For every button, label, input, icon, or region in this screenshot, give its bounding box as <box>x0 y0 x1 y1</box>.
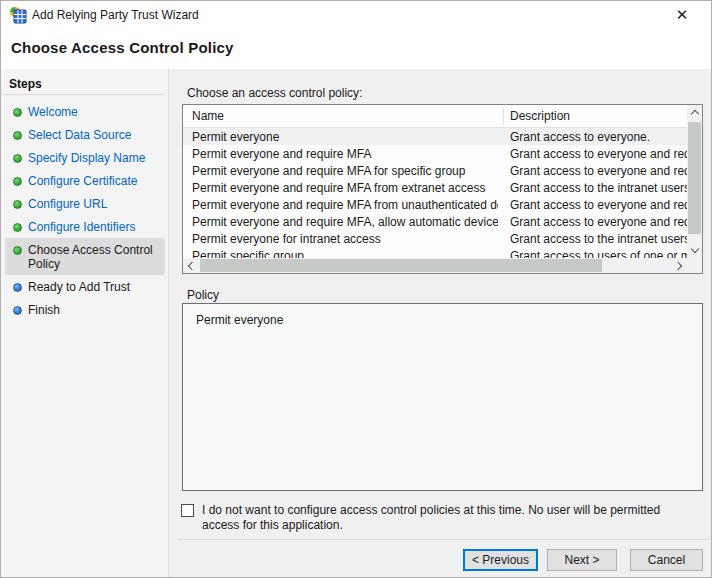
policy-group-label: Policy <box>187 288 219 302</box>
access-policy-table[interactable]: Name Description Permit everyoneGrant ac… <box>182 104 703 274</box>
policy-preview-box: Permit everyone <box>182 303 703 491</box>
sidebar-step-specify-display-name[interactable]: Specify Display Name <box>5 146 165 169</box>
horizontal-scrollbar[interactable] <box>183 258 687 273</box>
step-bullet-blue-icon <box>13 283 22 292</box>
close-icon[interactable]: ✕ <box>667 3 697 27</box>
skip-policy-checkbox[interactable] <box>181 504 194 517</box>
horizontal-scroll-thumb[interactable] <box>200 259 602 272</box>
step-label: Ready to Add Trust <box>28 280 130 294</box>
row-name-cell[interactable]: Permit everyone for intranet access <box>192 232 498 246</box>
column-header-description[interactable]: Description <box>510 109 570 123</box>
wizard-app-icon <box>9 6 27 24</box>
scroll-up-icon[interactable] <box>687 105 702 120</box>
row-description-cell[interactable]: Grant access to everyone and requir <box>510 147 687 161</box>
steps-sidebar: Steps WelcomeSelect Data SourceSpecify D… <box>1 69 169 578</box>
table-header[interactable]: Name Description <box>183 105 687 128</box>
row-description-cell[interactable]: Grant access to everyone and requir <box>510 215 687 229</box>
row-description-cell[interactable]: Grant access to the intranet users. <box>510 232 687 246</box>
step-label: Configure URL <box>28 197 107 211</box>
table-row[interactable]: Permit everyone and require MFA from ext… <box>183 179 687 196</box>
skip-policy-row: I do not want to configure access contro… <box>181 503 700 533</box>
next-button[interactable]: Next > <box>547 549 617 571</box>
vertical-scrollbar[interactable] <box>687 105 702 258</box>
window-title: Add Relying Party Trust Wizard <box>32 8 199 22</box>
table-body: Permit everyoneGrant access to everyone.… <box>183 128 687 243</box>
step-label: Choose Access Control Policy <box>28 243 159 271</box>
table-row[interactable]: Permit everyone for intranet accessGrant… <box>183 230 687 247</box>
step-label: Configure Identifiers <box>28 220 135 234</box>
main-panel: Choose an access control policy: Name De… <box>177 69 712 578</box>
row-name-cell[interactable]: Permit everyone and require MFA from una… <box>192 198 498 212</box>
sidebar-step-select-data-source[interactable]: Select Data Source <box>5 123 165 146</box>
row-description-cell[interactable]: Grant access to everyone. <box>510 130 687 144</box>
vertical-scroll-thumb[interactable] <box>688 122 701 234</box>
scroll-down-icon[interactable] <box>687 243 702 258</box>
policy-preview-text: Permit everyone <box>196 313 283 327</box>
column-divider[interactable] <box>503 108 504 125</box>
row-name-cell[interactable]: Permit everyone and require MFA <box>192 147 498 161</box>
step-bullet-green-icon <box>13 200 22 209</box>
step-bullet-green-icon <box>13 246 22 255</box>
sidebar-step-finish[interactable]: Finish <box>5 298 165 321</box>
footer-divider <box>177 539 712 540</box>
table-row[interactable]: Permit everyoneGrant access to everyone. <box>183 128 687 145</box>
step-label: Select Data Source <box>28 128 131 142</box>
step-label: Configure Certificate <box>28 174 137 188</box>
scroll-left-icon[interactable] <box>183 258 198 273</box>
table-row[interactable]: Permit everyone and require MFA, allow a… <box>183 213 687 230</box>
row-description-cell[interactable]: Grant access to everyone and requir <box>510 164 687 178</box>
page-title: Choose Access Control Policy <box>11 39 234 56</box>
step-bullet-green-icon <box>13 223 22 232</box>
title-bar: Add Relying Party Trust Wizard ✕ <box>1 1 712 29</box>
step-label: Welcome <box>28 105 78 119</box>
steps-list: WelcomeSelect Data SourceSpecify Display… <box>1 100 169 321</box>
steps-divider <box>1 94 164 95</box>
row-name-cell[interactable]: Permit everyone and require MFA for spec… <box>192 164 498 178</box>
steps-heading: Steps <box>9 77 42 91</box>
row-description-cell[interactable]: Grant access to the intranet users ar <box>510 181 687 195</box>
page-header: Choose Access Control Policy <box>1 29 712 69</box>
previous-button[interactable]: < Previous <box>463 549 538 571</box>
row-name-cell[interactable]: Permit everyone and require MFA from ext… <box>192 181 498 195</box>
step-bullet-green-icon <box>13 108 22 117</box>
column-header-name[interactable]: Name <box>192 109 224 123</box>
cancel-button[interactable]: Cancel <box>630 549 703 571</box>
scroll-right-icon[interactable] <box>672 258 687 273</box>
table-row[interactable]: Permit everyone and require MFA from una… <box>183 196 687 213</box>
sidebar-step-configure-url[interactable]: Configure URL <box>5 192 165 215</box>
sidebar-step-configure-certificate[interactable]: Configure Certificate <box>5 169 165 192</box>
sidebar-step-welcome[interactable]: Welcome <box>5 100 165 123</box>
step-label: Specify Display Name <box>28 151 145 165</box>
table-row[interactable]: Permit everyone and require MFAGrant acc… <box>183 145 687 162</box>
policy-list-label: Choose an access control policy: <box>187 86 362 100</box>
sidebar-step-configure-identifiers[interactable]: Configure Identifiers <box>5 215 165 238</box>
wizard-window: Add Relying Party Trust Wizard ✕ Choose … <box>0 0 712 578</box>
scrollbar-corner <box>687 258 702 273</box>
sidebar-step-choose-access-control-policy[interactable]: Choose Access Control Policy <box>5 238 165 275</box>
skip-policy-label[interactable]: I do not want to configure access contro… <box>202 503 700 533</box>
step-bullet-green-icon <box>13 177 22 186</box>
row-description-cell[interactable]: Grant access to everyone and requir <box>510 198 687 212</box>
step-bullet-green-icon <box>13 131 22 140</box>
table-row[interactable]: Permit everyone and require MFA for spec… <box>183 162 687 179</box>
row-name-cell[interactable]: Permit everyone and require MFA, allow a… <box>192 215 498 229</box>
step-bullet-green-icon <box>13 154 22 163</box>
sidebar-step-ready-to-add-trust[interactable]: Ready to Add Trust <box>5 275 165 298</box>
row-name-cell[interactable]: Permit everyone <box>192 130 498 144</box>
step-label: Finish <box>28 303 60 317</box>
step-bullet-blue-icon <box>13 306 22 315</box>
